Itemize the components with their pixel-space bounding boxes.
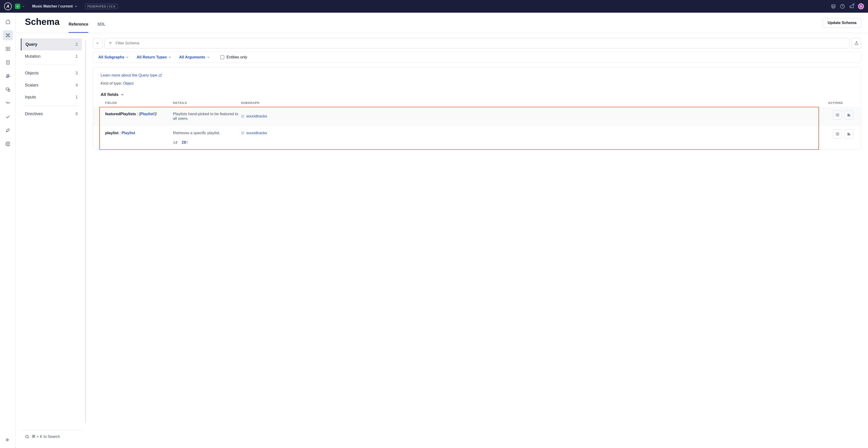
svg-rect-6 (6, 47, 10, 51)
chevron-down-icon (120, 93, 124, 97)
col-actions: ACTIONS (300, 101, 849, 104)
sidebar-item-directives[interactable]: Directives 6 (21, 108, 82, 120)
sidebar-item-mutation[interactable]: Mutation 1 (21, 51, 82, 62)
org-badge: o (15, 4, 20, 9)
nav-subgraphs[interactable] (3, 71, 13, 81)
svg-rect-28 (849, 134, 850, 135)
announce-icon[interactable] (849, 4, 854, 9)
table-head: FIELDS DETAILS SUBGRAPH ACTIONS (101, 101, 853, 107)
filter-bar (93, 38, 861, 49)
cube-icon (241, 115, 245, 118)
field-description: Retrieves a specific playlist. (173, 131, 241, 135)
nav-insights[interactable] (3, 98, 13, 108)
main-pane: All Subgraphs All Return Types All Argum… (86, 33, 868, 448)
nav-launches[interactable] (3, 125, 13, 135)
sidebar-item-query[interactable]: Query 2 (21, 38, 82, 51)
nav-settings[interactable] (3, 139, 13, 149)
entities-toggle[interactable]: Entities only (220, 55, 247, 60)
avatar[interactable]: A (858, 3, 864, 9)
table-row: playlist : Playlist Retrieves a specific… (93, 126, 861, 150)
chevron-down-icon (22, 5, 25, 8)
collapse-button[interactable] (93, 38, 102, 49)
run-button[interactable] (833, 111, 842, 119)
type-link[interactable]: Playlist (140, 112, 154, 116)
search-shortcut[interactable]: ⌘ + K to Search (21, 430, 82, 443)
nav-explorer[interactable] (3, 44, 13, 54)
col-details: DETAILS (173, 101, 241, 104)
nav-expand[interactable] (3, 435, 13, 445)
field-signature: featuredPlaylists : [Playlist!]! (105, 112, 173, 121)
kind-line: Kind of type: Object (101, 81, 853, 86)
chip-subgraphs[interactable]: All Subgraphs (98, 55, 129, 60)
tab-sdl[interactable]: SDL (97, 22, 105, 33)
insights-button[interactable] (844, 111, 853, 119)
sidebar-item-label: Scalars (25, 83, 38, 88)
kind-link[interactable]: Object (123, 82, 133, 85)
svg-marker-7 (7, 48, 9, 50)
divider (25, 65, 78, 65)
sidebar-item-inputs[interactable]: Inputs 1 (21, 91, 82, 103)
col-fields: FIELDS (105, 101, 173, 104)
svg-point-3 (6, 36, 7, 37)
svg-point-1 (6, 33, 7, 34)
sidebar-item-count: 6 (75, 112, 78, 116)
svg-rect-19 (836, 114, 839, 116)
svg-point-4 (9, 36, 9, 37)
type-link[interactable]: Playlist (122, 131, 135, 135)
row-actions (816, 126, 861, 142)
sidebar-item-label: Mutation (25, 54, 40, 59)
field-arg-row: id ID! (101, 140, 816, 150)
arg-type-link[interactable]: ID (182, 140, 186, 145)
chips-bar: All Subgraphs All Return Types All Argum… (93, 52, 861, 63)
table-row: featuredPlaylists : [Playlist!]! Playlis… (93, 107, 861, 126)
chevron-down-icon (74, 4, 78, 8)
page-tabs: Reference SDL (68, 17, 105, 33)
field-signature: playlist : Playlist (105, 131, 173, 135)
sidebar-item-count: 2 (75, 42, 78, 47)
page-title: Schema (25, 17, 60, 33)
svg-rect-10 (8, 89, 9, 91)
help-icon[interactable] (840, 4, 845, 9)
insights-button[interactable] (844, 129, 853, 139)
nav-clients[interactable] (3, 85, 13, 95)
search-hint: ⌘ + K to Search (32, 434, 60, 439)
chevron-down-icon (168, 56, 172, 59)
sidebar-item-count: 1 (75, 54, 78, 59)
export-button[interactable] (852, 38, 861, 49)
nav-changelog[interactable] (3, 57, 13, 67)
federation-badge: FEDERATED | V2.5 (85, 4, 118, 9)
topbar-left: A o Music Matcher / current FEDERATED | … (4, 2, 118, 10)
sidebar-item-label: Objects (25, 71, 39, 76)
update-schema-button[interactable]: Update Schema (823, 18, 861, 28)
svg-point-0 (840, 4, 844, 8)
entities-label: Entities only (227, 55, 247, 60)
box-icon[interactable] (831, 4, 836, 9)
nav-home[interactable] (3, 17, 13, 27)
checkbox[interactable] (220, 55, 224, 59)
all-fields-toggle[interactable]: All fields (101, 92, 853, 97)
org-switcher[interactable]: o (15, 4, 25, 9)
sidebar-item-count: 4 (75, 83, 78, 88)
graph-switcher[interactable]: Music Matcher / current (32, 4, 78, 8)
sidebar-item-count: 3 (75, 71, 78, 76)
learn-more-link[interactable]: Learn more about the Query type (101, 73, 162, 78)
tab-reference[interactable]: Reference (68, 22, 88, 33)
field-subgraph[interactable]: soundtracks (241, 131, 300, 135)
sidebar-item-label: Inputs (25, 95, 36, 99)
chip-arguments[interactable]: All Arguments (179, 55, 210, 60)
sidebar-item-label: Directives (25, 112, 43, 116)
field-subgraph[interactable]: soundtracks (241, 112, 300, 121)
run-button[interactable] (833, 129, 842, 139)
filter-input-wrap[interactable] (104, 38, 849, 49)
filter-icon (108, 41, 113, 45)
nav-checks[interactable] (3, 112, 13, 122)
filter-input[interactable] (116, 41, 846, 46)
sidebar-item-scalars[interactable]: Scalars 4 (21, 79, 82, 91)
page-header: Schema Reference SDL Update Schema (16, 13, 868, 33)
type-sidebar: Query 2 Mutation 1 Objects 3 Scalars 4 (16, 33, 86, 448)
nav-schema[interactable] (3, 30, 13, 40)
apollo-logo[interactable]: A (4, 2, 12, 10)
topbar-right: A (831, 3, 864, 9)
chip-return-types[interactable]: All Return Types (136, 55, 172, 60)
sidebar-item-objects[interactable]: Objects 3 (21, 67, 82, 79)
